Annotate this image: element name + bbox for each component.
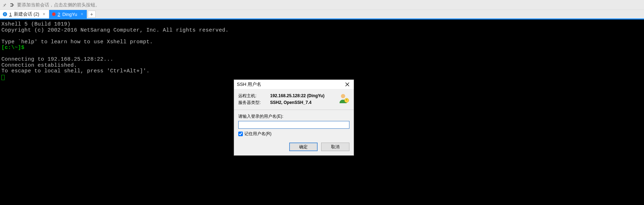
server-type-label: 服务器类型:: [238, 99, 270, 106]
tab-label: DingYu: [62, 12, 77, 17]
tab-index: 1: [9, 12, 12, 17]
close-icon[interactable]: ×: [81, 12, 83, 17]
terminal-line: Connecting to 192.168.25.128:22...: [1, 56, 113, 62]
dialog-title: SSH 用户名: [237, 81, 261, 88]
ok-button[interactable]: 确定: [289, 143, 318, 151]
remote-host-label: 远程主机:: [238, 93, 270, 99]
username-input[interactable]: [238, 121, 349, 129]
username-prompt: 请输入登录的用户名(E):: [238, 113, 349, 120]
user-avatar-icon: [338, 93, 349, 105]
ssh-username-dialog: SSH 用户名 远程主机: 服务器类型: 192.168.25.128:22 (…: [234, 79, 354, 156]
terminal-prompt: [c:\~]$: [1, 45, 24, 51]
add-session-arrow-icon[interactable]: [9, 2, 15, 7]
terminal-line: Type `help' to learn how to use Xshell p…: [1, 39, 153, 45]
server-type-value: SSH2, OpenSSH_7.4: [270, 99, 336, 106]
close-icon[interactable]: ×: [43, 12, 45, 17]
terminal-line: Xshell 5 (Build 1019): [1, 21, 70, 27]
terminal-line: To escape to local shell, press 'Ctrl+Al…: [1, 68, 150, 74]
tab-label: 新建会话 (2): [14, 11, 39, 17]
terminal-line: Copyright (c) 2002-2016 NetSarang Comput…: [1, 27, 229, 33]
connection-status-icon: [52, 12, 56, 16]
terminal-line: Connection established.: [1, 62, 77, 68]
pin-icon[interactable]: [2, 2, 7, 7]
tab-new-session[interactable]: ! 1 新建会话 (2) ×: [0, 10, 49, 18]
cancel-button[interactable]: 取消: [321, 143, 349, 151]
dialog-titlebar[interactable]: SSH 用户名: [234, 80, 354, 89]
tab-index: 2: [58, 12, 60, 17]
remember-label: 记住用户名(R): [244, 131, 272, 137]
remember-checkbox-box[interactable]: [238, 132, 243, 136]
remote-host-value: 192.168.25.128:22 (DingYu): [270, 93, 336, 99]
close-button[interactable]: [343, 81, 352, 88]
tab-dingyu[interactable]: 2 DingYu ×: [49, 10, 87, 18]
toolbar: 要添加当前会话，点击左侧的箭头按钮。: [0, 0, 644, 10]
add-tab-button[interactable]: +: [88, 11, 96, 18]
remember-username-checkbox[interactable]: 记住用户名(R): [238, 131, 349, 137]
info-icon: !: [3, 12, 7, 16]
tab-bar: ! 1 新建会话 (2) × 2 DingYu × +: [0, 10, 644, 18]
svg-point-0: [341, 94, 345, 98]
svg-rect-2: [346, 99, 347, 100]
toolbar-hint: 要添加当前会话，点击左侧的箭头按钮。: [17, 2, 100, 8]
terminal-cursor: [1, 75, 5, 80]
